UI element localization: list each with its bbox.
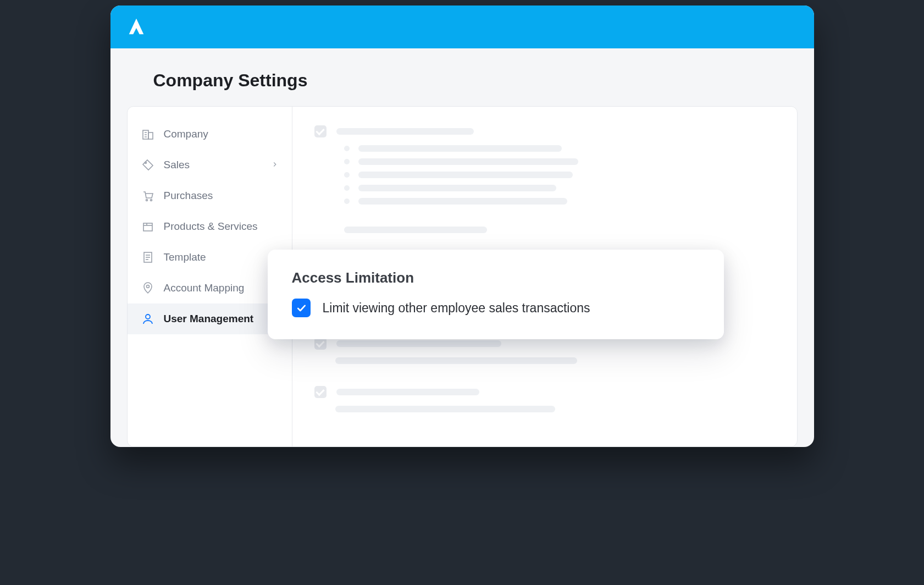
sidebar-item-purchases[interactable]: Purchases [128, 180, 292, 211]
sidebar-item-label: Company [164, 128, 208, 140]
skeleton-line [335, 357, 577, 364]
checkbox-label: Limit viewing other employee sales trans… [323, 301, 590, 316]
sidebar-item-products-services[interactable]: Products & Services [128, 211, 292, 242]
skeleton-row [314, 338, 775, 350]
box-icon [141, 220, 155, 233]
checkbox-checked-icon[interactable] [292, 299, 311, 317]
svg-point-7 [150, 200, 152, 201]
settings-content: Access Limitation Limit viewing other em… [292, 107, 797, 446]
svg-point-5 [145, 162, 146, 164]
skeleton-dot-icon [344, 172, 350, 178]
svg-point-6 [146, 200, 147, 201]
skeleton-line [336, 128, 474, 135]
skeleton-line [358, 145, 562, 152]
skeleton-dot-icon [344, 146, 350, 151]
sidebar-item-label: Sales [164, 159, 190, 171]
skeleton-checkbox-icon [314, 386, 327, 398]
sidebar-item-label: User Management [164, 313, 254, 325]
svg-point-16 [146, 314, 150, 319]
page-body: Company Settings Company [110, 48, 814, 447]
sidebar-item-label: Template [164, 251, 206, 263]
page-title: Company Settings [153, 70, 798, 91]
skeleton-row [314, 125, 775, 137]
skeleton-subrow [344, 198, 775, 205]
svg-rect-8 [143, 223, 152, 231]
skeleton-line [358, 198, 567, 205]
skeleton-line [344, 227, 487, 233]
popover-title: Access Limitation [292, 269, 700, 286]
skeleton-subrow [344, 158, 775, 165]
topbar [110, 5, 814, 48]
sidebar-item-template[interactable]: Template [128, 242, 292, 273]
cart-icon [141, 189, 155, 202]
skeleton-subrow [344, 185, 775, 191]
skeleton-line [358, 158, 578, 165]
map-pin-icon [141, 282, 155, 295]
sidebar-item-account-mapping[interactable]: Account Mapping [128, 273, 292, 303]
tag-icon [141, 158, 155, 172]
skeleton-dot-icon [344, 185, 350, 191]
skeleton-subrow [344, 172, 775, 178]
skeleton-checkbox-icon [314, 125, 327, 137]
skeleton-checkbox-icon [314, 338, 327, 350]
sidebar-item-user-management[interactable]: User Management [128, 303, 292, 334]
sidebar-item-label: Purchases [164, 190, 213, 202]
user-icon [141, 312, 155, 325]
sidebar-item-sales[interactable]: Sales [128, 150, 292, 180]
skeleton-dot-icon [344, 159, 350, 164]
sidebar-item-label: Products & Services [164, 220, 258, 233]
skeleton-line [335, 406, 555, 412]
svg-point-15 [146, 285, 149, 288]
skeleton-line [358, 185, 556, 191]
chevron-right-icon [271, 159, 279, 171]
sidebar-item-company[interactable]: Company [128, 119, 292, 150]
limit-viewing-option[interactable]: Limit viewing other employee sales trans… [292, 299, 700, 317]
document-icon [141, 251, 155, 264]
access-limitation-popover: Access Limitation Limit viewing other em… [268, 250, 724, 339]
sidebar-item-label: Account Mapping [164, 282, 245, 294]
skeleton-line [336, 340, 501, 347]
skeleton-subrow [344, 145, 775, 152]
skeleton-row [314, 386, 775, 398]
building-icon [141, 128, 155, 141]
settings-panel: Company Sales [127, 106, 798, 447]
brand-logo-icon [126, 16, 147, 37]
app-window: Company Settings Company [110, 5, 814, 447]
skeleton-line [336, 389, 479, 395]
svg-rect-1 [148, 133, 153, 139]
skeleton-line [358, 172, 573, 178]
skeleton-dot-icon [344, 198, 350, 204]
